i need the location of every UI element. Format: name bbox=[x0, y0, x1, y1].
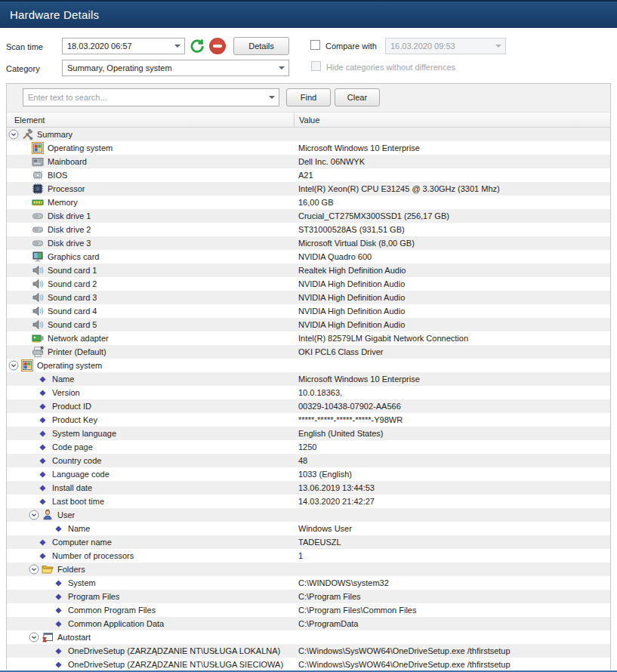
table-row[interactable]: ProcessorIntel(R) Xeon(R) CPU E31245 @ 3… bbox=[7, 182, 610, 196]
table-row[interactable]: OneDriveSetup (ZARZĄDZANIE NT\USŁUGA SIE… bbox=[7, 658, 610, 671]
diamond-bullet-icon bbox=[55, 661, 61, 667]
table-row[interactable]: SystemC:\WINDOWS\system32 bbox=[7, 576, 610, 590]
element-cell: OneDriveSetup (ZARZĄDZANIE NT\USŁUGA LOK… bbox=[7, 646, 294, 655]
value-cell: NVIDIA High Definition Audio bbox=[294, 320, 610, 329]
table-row[interactable]: Product Key*****-*****-*****-*****-Y98WR bbox=[7, 413, 610, 427]
element-label: Last boot time bbox=[52, 497, 104, 506]
value-cell: English (United States) bbox=[294, 429, 610, 438]
collapse-group-icon[interactable] bbox=[29, 510, 39, 520]
element-cell: OneDriveSetup (ZARZĄDZANIE NT\USŁUGA SIE… bbox=[7, 660, 294, 669]
table-row[interactable]: Network adapterIntel(R) 82579LM Gigabit … bbox=[7, 331, 610, 345]
tools-icon bbox=[21, 128, 33, 140]
table-row[interactable]: Number of processors1 bbox=[7, 549, 610, 563]
table-row[interactable]: Summary bbox=[7, 128, 610, 141]
table-row[interactable]: Operating system bbox=[7, 359, 610, 372]
table-row[interactable]: Disk drive 1Crucial_CT275MX300SSD1 (256,… bbox=[7, 209, 610, 223]
table-row[interactable]: Version10.0.18363, bbox=[7, 386, 610, 399]
clear-button[interactable]: Clear bbox=[335, 88, 380, 106]
collapse-group-icon[interactable] bbox=[8, 129, 19, 140]
table-row[interactable]: Memory16,00 GB bbox=[7, 196, 610, 209]
element-label: Sound card 2 bbox=[48, 279, 97, 288]
collapse-group-icon[interactable] bbox=[8, 360, 19, 371]
details-button[interactable]: Details bbox=[233, 37, 289, 55]
table-row[interactable]: NameWindows User bbox=[7, 522, 610, 535]
table-row[interactable]: Last boot time14.03.2020 21:42:27 bbox=[7, 495, 610, 508]
table-row[interactable]: Operating systemMicrosoft Windows 10 Ent… bbox=[7, 141, 610, 155]
search-input[interactable]: Enter text to search... bbox=[23, 88, 279, 106]
element-cell: Printer (Default) bbox=[7, 346, 294, 358]
diamond-bullet-icon bbox=[39, 417, 45, 423]
scan-time-select[interactable]: 18.03.2020 06:57 bbox=[62, 38, 185, 54]
diamond-bullet-icon bbox=[39, 498, 45, 504]
table-row[interactable]: OneDriveSetup (ZARZĄDZANIE NT\USŁUGA LOK… bbox=[7, 644, 610, 658]
table-row[interactable]: NameMicrosoft Windows 10 Enterprise bbox=[7, 372, 610, 386]
compare-with-checkbox[interactable] bbox=[310, 40, 320, 50]
element-label: System bbox=[68, 578, 96, 587]
table-row[interactable]: Product ID00329-10438-07902-AA566 bbox=[7, 399, 610, 413]
table-row[interactable]: Autostart bbox=[7, 630, 610, 644]
table-row[interactable]: Common Application DataC:\ProgramData bbox=[7, 617, 610, 630]
diamond-bullet-icon bbox=[39, 430, 45, 436]
table-row[interactable]: User bbox=[7, 508, 610, 522]
chevron-down-icon[interactable] bbox=[265, 96, 279, 99]
element-label: Language code bbox=[52, 470, 110, 479]
table-row[interactable]: Disk drive 2ST31000528AS (931,51 GB) bbox=[7, 223, 610, 236]
element-cell: Code page bbox=[7, 442, 294, 452]
find-button[interactable]: Find bbox=[286, 88, 331, 106]
stop-button[interactable] bbox=[208, 37, 227, 55]
table-row[interactable]: Common Program FilesC:\Program Files\Com… bbox=[7, 603, 610, 617]
table-row[interactable]: Install date13.06.2019 13:44:53 bbox=[7, 481, 610, 495]
table-row[interactable]: Folders bbox=[7, 563, 610, 576]
element-cell: Processor bbox=[7, 183, 294, 195]
table-row[interactable]: Sound card 5NVIDIA High Definition Audio bbox=[7, 318, 610, 331]
user-icon bbox=[42, 509, 54, 521]
value-cell: ST31000528AS (931,51 GB) bbox=[294, 225, 610, 234]
element-label: Sound card 3 bbox=[48, 293, 97, 302]
element-cell: Version bbox=[7, 388, 294, 397]
collapse-group-icon[interactable] bbox=[29, 564, 39, 575]
processor-icon bbox=[32, 183, 44, 195]
table-row[interactable]: Language code1033 (English) bbox=[7, 467, 610, 481]
element-cell: Install date bbox=[7, 483, 294, 492]
table-row[interactable]: Code page1250 bbox=[7, 440, 610, 454]
value-cell: C:\ProgramData bbox=[294, 619, 610, 628]
group-label: Folders bbox=[57, 565, 85, 574]
chevron-down-icon[interactable] bbox=[171, 45, 184, 48]
collapse-group-icon[interactable] bbox=[29, 632, 39, 643]
table-row[interactable]: Country code48 bbox=[7, 454, 610, 467]
table-row[interactable]: Program FilesC:\Program Files bbox=[7, 590, 610, 603]
element-label: Product ID bbox=[52, 402, 91, 411]
chevron-down-icon[interactable] bbox=[275, 66, 288, 69]
table-row[interactable]: Sound card 3NVIDIA High Definition Audio bbox=[7, 291, 610, 304]
table-row[interactable]: MainboardDell Inc. 06NWYK bbox=[7, 155, 610, 168]
table-row[interactable]: Sound card 1Realtek High Definition Audi… bbox=[7, 264, 610, 277]
diamond-bullet-icon bbox=[39, 471, 45, 477]
element-cell: Operating system bbox=[7, 359, 294, 371]
table-row[interactable]: Graphics cardNVIDIA Quadro 600 bbox=[7, 250, 610, 264]
compare-date-select: 16.03.2020 09:53 bbox=[385, 38, 506, 54]
table-row[interactable]: Disk drive 3Microsoft Virtual Disk (8,00… bbox=[7, 236, 610, 250]
autostart-icon bbox=[42, 631, 54, 643]
table-row[interactable]: System languageEnglish (United States) bbox=[7, 427, 610, 440]
value-cell: NVIDIA Quadro 600 bbox=[294, 252, 610, 261]
network-icon bbox=[32, 332, 44, 344]
element-label: Graphics card bbox=[48, 252, 99, 261]
table-row[interactable]: Computer nameTADEUSZL bbox=[7, 535, 610, 549]
category-select[interactable]: Summary, Operating system bbox=[62, 60, 289, 76]
table-row[interactable]: Sound card 2NVIDIA High Definition Audio bbox=[7, 277, 610, 291]
element-cell: System bbox=[7, 578, 294, 587]
element-cell: Common Program Files bbox=[7, 606, 294, 615]
table-row[interactable]: BIOSA21 bbox=[7, 168, 610, 182]
element-cell: Program Files bbox=[7, 592, 294, 601]
diamond-bullet-icon bbox=[55, 580, 61, 586]
element-cell: Folders bbox=[7, 563, 294, 575]
column-header-value[interactable]: Value bbox=[294, 113, 610, 127]
refresh-button[interactable] bbox=[188, 37, 206, 55]
element-label: Product Key bbox=[52, 415, 97, 424]
table-row[interactable]: Printer (Default)OKI PCL6 Class Driver bbox=[7, 345, 610, 359]
value-cell: 00329-10438-07902-AA566 bbox=[294, 402, 610, 411]
column-header-element[interactable]: Element bbox=[7, 116, 294, 125]
table-row[interactable]: Sound card 4NVIDIA High Definition Audio bbox=[7, 304, 610, 318]
element-cell: BIOS bbox=[7, 169, 294, 181]
element-label: BIOS bbox=[48, 171, 67, 180]
